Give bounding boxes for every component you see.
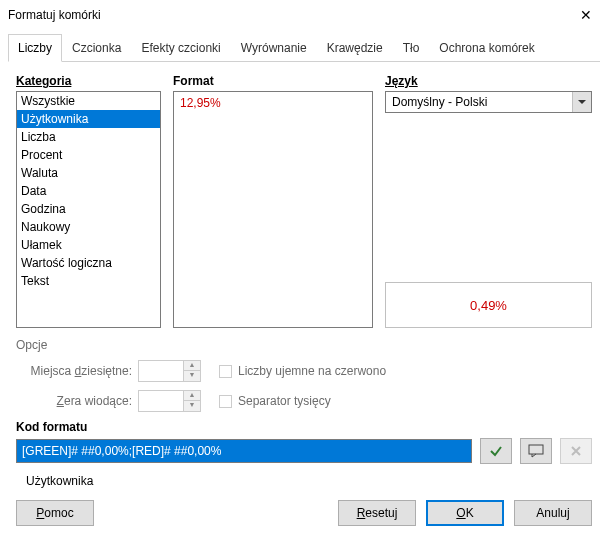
edit-comment-button[interactable]: [520, 438, 552, 464]
decimals-up[interactable]: ▲: [184, 361, 200, 371]
category-label: Kategoria: [16, 74, 161, 88]
leading-zeros-input[interactable]: [139, 391, 183, 411]
category-item-user[interactable]: Użytkownika: [17, 110, 160, 128]
decimals-input[interactable]: [139, 361, 183, 381]
preview-value: 0,49%: [470, 298, 507, 313]
tab-content: Kategoria Wszystkie Użytkownika Liczba P…: [0, 62, 608, 496]
leading-zeros-label: Zera wiodące:: [24, 394, 132, 408]
leading-zeros-spinner[interactable]: ▲ ▼: [138, 390, 201, 412]
tab-font-effects[interactable]: Efekty czcionki: [131, 34, 230, 61]
negative-red-checkbox[interactable]: [219, 365, 232, 378]
ok-button[interactable]: OK: [426, 500, 504, 526]
tab-borders[interactable]: Krawędzie: [317, 34, 393, 61]
tab-font[interactable]: Czcionka: [62, 34, 131, 61]
format-listbox[interactable]: 12,95%: [173, 91, 373, 328]
decimals-label: Miejsca dziesiętne:: [24, 364, 132, 378]
tab-strip: Liczby Czcionka Efekty czcionki Wyrównan…: [8, 34, 600, 62]
leading-down[interactable]: ▼: [184, 401, 200, 411]
reset-button[interactable]: Resetuj: [338, 500, 416, 526]
leading-up[interactable]: ▲: [184, 391, 200, 401]
options-section: Opcje Miejsca dziesiętne: ▲ ▼ Liczby uje…: [16, 338, 592, 412]
category-item-fraction[interactable]: Ułamek: [17, 236, 160, 254]
format-code-label: Kod formatu: [16, 420, 592, 434]
category-item-time[interactable]: Godzina: [17, 200, 160, 218]
category-item-boolean[interactable]: Wartość logiczna: [17, 254, 160, 272]
decimals-down[interactable]: ▼: [184, 371, 200, 381]
cancel-button[interactable]: Anuluj: [514, 500, 592, 526]
check-icon: [489, 444, 503, 458]
negative-red-label: Liczby ujemne na czerwono: [238, 364, 386, 378]
thousands-separator-checkbox[interactable]: [219, 395, 232, 408]
button-bar: Pomoc Resetuj OK Anuluj: [16, 500, 592, 526]
svg-rect-0: [529, 445, 543, 454]
dialog-title: Formatuj komórki: [8, 8, 563, 22]
category-listbox[interactable]: Wszystkie Użytkownika Liczba Procent Wal…: [16, 91, 161, 328]
tab-numbers[interactable]: Liczby: [8, 34, 62, 62]
tab-background[interactable]: Tło: [393, 34, 430, 61]
tab-protection[interactable]: Ochrona komórek: [429, 34, 544, 61]
options-label: Opcje: [16, 338, 592, 352]
language-select[interactable]: Domyślny - Polski: [385, 91, 592, 113]
format-sample[interactable]: 12,95%: [180, 96, 366, 110]
close-button[interactable]: ✕: [563, 0, 608, 30]
titlebar: Formatuj komórki ✕: [0, 0, 608, 30]
language-label: Język: [385, 74, 592, 88]
format-cells-dialog: Formatuj komórki ✕ Liczby Czcionka Efekt…: [0, 0, 608, 540]
comment-icon: [528, 444, 544, 458]
delete-format-button: [560, 438, 592, 464]
category-item-percent[interactable]: Procent: [17, 146, 160, 164]
decimals-spinner[interactable]: ▲ ▼: [138, 360, 201, 382]
category-item-currency[interactable]: Waluta: [17, 164, 160, 182]
category-item-all[interactable]: Wszystkie: [17, 92, 160, 110]
user-defined-label: Użytkownika: [16, 474, 592, 488]
category-item-text[interactable]: Tekst: [17, 272, 160, 290]
thousands-separator-label: Separator tysięcy: [238, 394, 331, 408]
format-code-input[interactable]: [16, 439, 472, 463]
help-button[interactable]: Pomoc: [16, 500, 94, 526]
category-item-number[interactable]: Liczba: [17, 128, 160, 146]
category-item-date[interactable]: Data: [17, 182, 160, 200]
category-item-scientific[interactable]: Naukowy: [17, 218, 160, 236]
apply-format-button[interactable]: [480, 438, 512, 464]
format-label: Format: [173, 74, 373, 88]
x-icon: [570, 445, 582, 457]
preview-box: 0,49%: [385, 282, 592, 328]
tab-alignment[interactable]: Wyrównanie: [231, 34, 317, 61]
